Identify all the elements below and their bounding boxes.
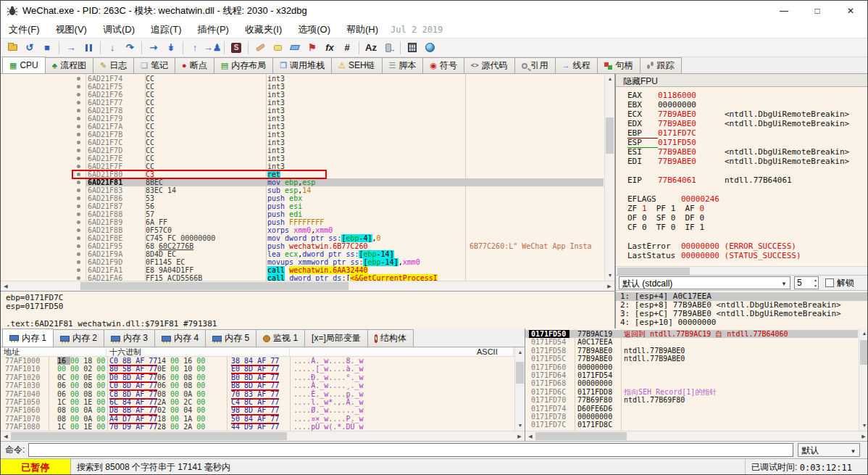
disasm-row[interactable]: 6AD21F8B0F57C0xorps xmm0,xmm0: [1, 226, 604, 234]
breakpoint-dot-icon[interactable]: [77, 197, 80, 200]
memory-horizontal-scrollbar[interactable]: ◀ ▶: [1, 431, 525, 441]
register-row[interactable]: CF 0 TF 0 IF 1: [627, 223, 868, 232]
menu-item-favourites[interactable]: 收藏夹(I): [237, 23, 290, 36]
disasm-row[interactable]: 6AD21F7ECCint3: [1, 154, 604, 162]
step-out-icon[interactable]: ↡: [163, 41, 179, 55]
stack-row[interactable]: 0171FD74D60FE6D6: [525, 405, 858, 413]
execute-till-return-icon[interactable]: ↑: [187, 41, 203, 55]
breakpoint-dot-icon[interactable]: [77, 149, 80, 152]
tab-memory-2[interactable]: 内存 2: [53, 329, 104, 347]
breakpoint-dot-icon[interactable]: [77, 205, 80, 208]
disasm-row[interactable]: 6AD21F8756push esi: [1, 202, 604, 210]
disasm-row[interactable]: 6AD21F9A8D4D EClea ecx,dword ptr ss:[ebp…: [1, 250, 604, 258]
breakpoint-dot-icon[interactable]: [77, 157, 80, 160]
register-row[interactable]: [627, 185, 868, 194]
breakpoint-dot-icon[interactable]: [77, 117, 80, 120]
memory-row[interactable]: 77AF106008 00 0A 00D8 8B AF 7702 00 04 0…: [1, 406, 514, 414]
tab-seh[interactable]: ⚠SEH链: [331, 57, 383, 73]
stack-row[interactable]: 0171FD6C0171FDD8指向SEH_Record[1]的指针: [525, 388, 858, 396]
register-row[interactable]: EFLAGS00000246: [627, 194, 868, 204]
register-row[interactable]: EDX77B9ABE0<ntdll.DbgUiRemoteBreakin>: [627, 119, 868, 128]
menu-item-debug[interactable]: 调试(D): [95, 23, 143, 36]
stack-row[interactable]: 0171FD6000000000: [525, 363, 858, 371]
bookmarks-icon[interactable]: ⚑: [304, 41, 320, 55]
breakpoint-dot-icon[interactable]: [77, 276, 80, 280]
step-over-icon[interactable]: ↷: [122, 41, 138, 55]
run-to-user-code-icon[interactable]: →♟: [204, 41, 220, 55]
minimize-button[interactable]: —: [767, 1, 801, 21]
memory-row[interactable]: 77AF103006 00 08 00C0 8D AF 7706 00 08 0…: [1, 381, 514, 389]
memory-row[interactable]: 77AF10801C 00 1E 0070 D9 AF 7728 00 2A 0…: [1, 423, 514, 431]
register-row[interactable]: [627, 232, 868, 241]
tab-memory-1[interactable]: 内存 1: [2, 329, 54, 347]
tab-handles[interactable]: 句柄: [597, 57, 640, 73]
functions-icon[interactable]: fx: [322, 41, 338, 55]
disasm-row[interactable]: 6AD21F8857push edi: [1, 210, 604, 218]
disasm-row[interactable]: 6AD21F78CCint3: [1, 107, 604, 115]
calling-convention-select[interactable]: 默认 (stdcall) ▼: [619, 276, 790, 289]
disasm-horizontal-scrollbar[interactable]: ◀ ▶: [1, 281, 614, 291]
tab-symbols[interactable]: ◉符号: [422, 57, 464, 73]
hide-fpu-button[interactable]: 隐藏FPU: [616, 74, 868, 87]
tab-watch-1[interactable]: 监视 1: [256, 329, 305, 347]
disasm-row[interactable]: 6AD21F9D0F1145 ECmovups xmmword ptr ss:[…: [1, 258, 604, 266]
memory-row[interactable]: 77AF10200C 00 0E 00D0 8D AF 7706 00 08 0…: [1, 373, 514, 381]
register-row[interactable]: EIP77B64061ntdll.77B64061: [627, 175, 868, 185]
memory-dump-rows[interactable]: 77AF100016 00 18 00C0 8B AF 7714 00 16 0…: [1, 357, 514, 431]
close-button[interactable]: ✕: [834, 1, 867, 21]
tab-source[interactable]: <>源代码: [464, 57, 515, 73]
register-row[interactable]: EBP0171FD7C: [627, 128, 868, 138]
memory-column-header[interactable]: 十六进制: [107, 347, 290, 356]
register-row[interactable]: [627, 166, 868, 175]
disasm-row[interactable]: 6AD21F7ACCint3: [1, 123, 604, 131]
tab-memory-map[interactable]: ▤内存布局: [214, 57, 273, 73]
open-file-icon[interactable]: [4, 41, 20, 55]
patch-icon[interactable]: [252, 41, 268, 55]
disasm-row[interactable]: 6AD21F74CCint3: [1, 75, 604, 83]
tab-cpu[interactable]: ▦CPU: [2, 57, 46, 73]
disasm-row[interactable]: 6AD21F9568 60C2776Bpush wechatwin.6B77C2…: [1, 242, 604, 250]
maximize-button[interactable]: □: [801, 1, 834, 21]
menu-item-trace[interactable]: 追踪(T): [143, 23, 190, 36]
register-row[interactable]: ESI77B9ABE0<ntdll.DbgUiRemoteBreakin>: [627, 147, 868, 157]
stack-vertical-scrollbar[interactable]: ▲ ▼: [859, 329, 868, 431]
hash-icon[interactable]: #: [339, 41, 355, 55]
breakpoint-dot-icon[interactable]: [77, 93, 80, 96]
stack-row[interactable]: 0171FD640171FD54: [525, 371, 858, 379]
tab-trace[interactable]: 跟踪: [640, 57, 682, 73]
tab-graph[interactable]: ♣流程图: [45, 57, 93, 73]
register-row[interactable]: EBX00000000: [627, 100, 868, 110]
tab-struct[interactable]: 结构体: [367, 329, 414, 347]
tab-references[interactable]: 引用: [514, 57, 556, 73]
tab-threads[interactable]: →线程: [555, 57, 598, 73]
restart-icon[interactable]: ↺: [22, 41, 38, 55]
register-row[interactable]: ESP0171FD50: [627, 138, 868, 147]
stack-row[interactable]: 0171FD7077B69F80ntdll.77B69F80: [525, 396, 858, 404]
stack-row[interactable]: 0171FD5C77B9ABE0ntdll.77B9ABE0: [525, 355, 858, 363]
breakpoint-dot-icon[interactable]: [77, 165, 80, 168]
breakpoint-dot-icon[interactable]: [77, 228, 80, 232]
breakpoint-dot-icon[interactable]: [77, 244, 80, 248]
tab-locals[interactable]: [x=]局部变量: [304, 329, 368, 347]
tab-memory-4[interactable]: 内存 4: [154, 329, 206, 347]
strings-icon[interactable]: Az: [363, 41, 379, 55]
scylla-icon[interactable]: S: [228, 41, 244, 55]
stack-row[interactable]: 0171FD6800000000: [525, 379, 858, 387]
memory-column-header[interactable]: ASCII: [290, 347, 514, 356]
register-row[interactable]: ZF 1 PF 1 AF 0: [627, 204, 868, 213]
breakpoint-dot-icon[interactable]: [77, 268, 80, 272]
disasm-row[interactable]: 6AD21FA1E8 9A04D1FFcall wechatwin.6AA324…: [1, 266, 604, 274]
breakpoint-dot-icon[interactable]: [77, 189, 80, 192]
disasm-row[interactable]: 6AD21F77CCint3: [1, 99, 604, 107]
call-arguments-list[interactable]: 1: [esp+4] A0C17EEA2: [esp+8] 77B9ABE0 <…: [616, 292, 868, 329]
globe-icon[interactable]: [422, 41, 438, 55]
argument-row[interactable]: 4: [esp+10] 00000000: [616, 318, 868, 327]
breakpoint-dot-icon[interactable]: [77, 133, 80, 136]
disasm-row[interactable]: 6AD21F76CCint3: [1, 91, 604, 99]
menu-item-view[interactable]: 视图(V): [48, 23, 95, 36]
disasm-row[interactable]: 6AD21F75CCint3: [1, 83, 604, 91]
breakpoint-dot-icon[interactable]: [77, 125, 80, 128]
labels-icon[interactable]: [287, 41, 303, 55]
disasm-row[interactable]: 6AD21F8383EC 14sub esp,14: [1, 186, 604, 194]
breakpoint-dot-icon[interactable]: [77, 236, 80, 240]
